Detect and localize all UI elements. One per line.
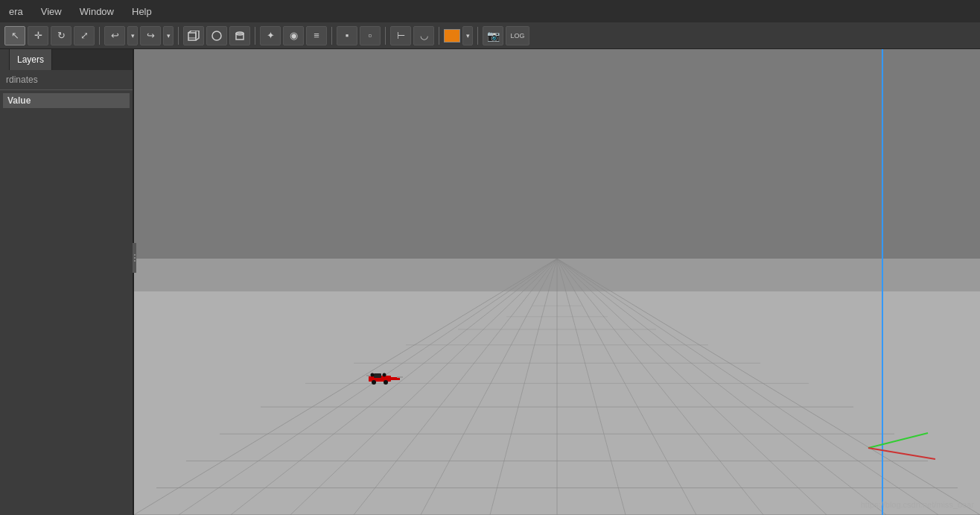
- redo-dropdown-button[interactable]: ▾: [163, 26, 174, 45]
- sep4: [331, 27, 332, 45]
- svg-point-39: [372, 380, 376, 385]
- obj1-tool[interactable]: ▪: [337, 26, 357, 45]
- svg-point-40: [384, 380, 388, 385]
- light-tool[interactable]: ✦: [260, 26, 281, 45]
- audio-tool[interactable]: ◡: [413, 26, 434, 45]
- svg-rect-0: [188, 33, 196, 40]
- scale-tool[interactable]: ⤢: [74, 26, 95, 45]
- svg-line-28: [557, 259, 827, 515]
- screenshot-button[interactable]: 📷: [483, 26, 503, 45]
- svg-line-25: [557, 259, 626, 515]
- main-layout: Layers rdinates Value: [0, 49, 980, 515]
- properties-section: Value: [0, 90, 133, 515]
- color-swatch[interactable]: [444, 29, 460, 42]
- left-panel: Layers rdinates Value: [0, 49, 134, 515]
- svg-line-32: [868, 433, 928, 448]
- sphere-tool[interactable]: [206, 26, 227, 45]
- sep2: [178, 27, 179, 45]
- tabs-row: Layers: [0, 49, 133, 70]
- menu-bar: era View Window Help: [0, 0, 980, 22]
- camera-tool[interactable]: ◉: [283, 26, 304, 45]
- menu-window[interactable]: Window: [77, 4, 117, 19]
- value-header: Value: [3, 93, 130, 108]
- cylinder-tool[interactable]: [229, 26, 250, 45]
- grid-container: [134, 259, 980, 515]
- svg-rect-36: [374, 373, 381, 378]
- svg-point-42: [383, 373, 386, 377]
- sep1: [99, 27, 100, 45]
- rotate-tool[interactable]: ↻: [51, 26, 71, 45]
- svg-line-33: [868, 448, 935, 459]
- origin-axes: [816, 396, 935, 470]
- anchor-tool[interactable]: ⊢: [390, 26, 411, 45]
- svg-line-21: [354, 259, 557, 515]
- coordinates-section: rdinates: [0, 70, 133, 90]
- coordinates-label: rdinates: [6, 75, 38, 85]
- resize-handle[interactable]: [133, 243, 136, 273]
- svg-point-41: [371, 373, 375, 377]
- undo-button[interactable]: ↩: [104, 26, 125, 45]
- redo-button[interactable]: ↪: [140, 26, 161, 45]
- log-button[interactable]: LOG: [506, 26, 529, 45]
- undo-dropdown-button[interactable]: ▾: [127, 26, 138, 45]
- resize-dot: [134, 260, 136, 262]
- watermark: https://blog.csdn.net/miss_bear: [861, 500, 974, 509]
- sep7: [477, 27, 478, 45]
- svg-line-27: [557, 259, 763, 515]
- box-tool[interactable]: [183, 26, 204, 45]
- svg-point-3: [212, 31, 221, 40]
- svg-line-17: [134, 259, 557, 515]
- lines-tool[interactable]: ≡: [306, 26, 327, 45]
- svg-line-29: [557, 259, 886, 515]
- svg-line-26: [557, 259, 696, 515]
- svg-rect-37: [397, 376, 403, 378]
- obj2-tool[interactable]: ▫: [360, 26, 381, 45]
- grid-svg: [134, 259, 980, 515]
- move-tool[interactable]: ✛: [28, 26, 48, 45]
- select-tool[interactable]: ↖: [4, 26, 25, 45]
- color-dropdown[interactable]: ▾: [462, 26, 473, 45]
- menu-view[interactable]: View: [38, 4, 65, 19]
- car-object: [365, 370, 402, 385]
- toolbar: ↖ ✛ ↻ ⤢ ↩ ▾ ↪ ▾ ✦ ◉ ≡ ▪ ▫ ⊢ ◡ ▾ 📷 LOG: [0, 22, 980, 49]
- svg-line-31: [557, 259, 980, 515]
- menu-era[interactable]: era: [6, 4, 26, 19]
- sep3: [255, 27, 255, 45]
- svg-line-20: [290, 259, 557, 515]
- sep5: [385, 27, 386, 45]
- sep6: [439, 27, 439, 45]
- svg-line-22: [421, 259, 557, 515]
- svg-line-19: [231, 259, 557, 515]
- resize-dot: [134, 257, 136, 259]
- resize-dot: [134, 254, 136, 256]
- viewport[interactable]: https://blog.csdn.net/miss_bear: [134, 49, 980, 515]
- tab-unnamed[interactable]: [0, 49, 10, 70]
- tab-layers[interactable]: Layers: [10, 49, 52, 70]
- scene-canvas: https://blog.csdn.net/miss_bear: [134, 49, 980, 515]
- menu-help[interactable]: Help: [129, 4, 155, 19]
